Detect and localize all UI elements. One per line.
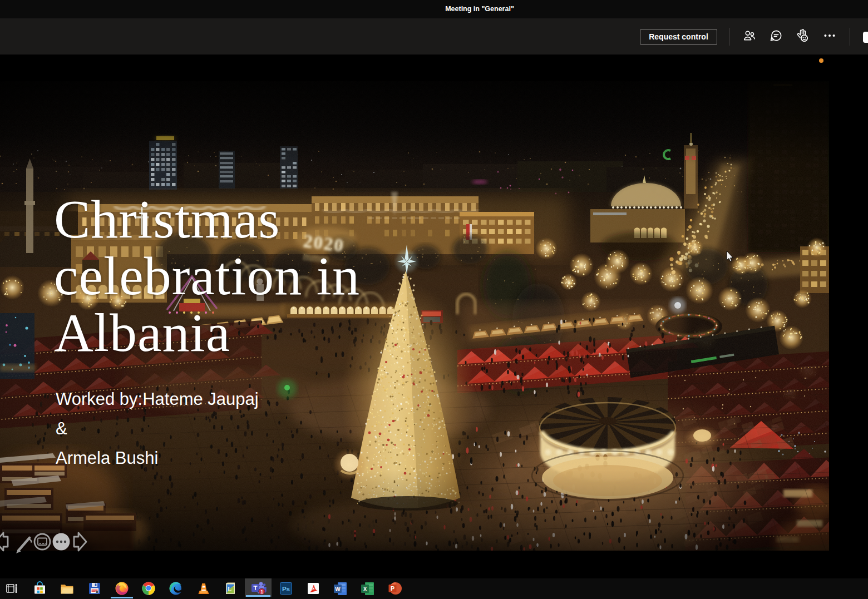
svg-text:X: X xyxy=(363,586,367,592)
svg-text:P: P xyxy=(391,585,394,592)
svg-text:L: L xyxy=(228,585,231,592)
svg-text:1: 1 xyxy=(260,589,263,595)
svg-text:W: W xyxy=(335,586,341,592)
svg-text:Ps: Ps xyxy=(282,586,290,592)
